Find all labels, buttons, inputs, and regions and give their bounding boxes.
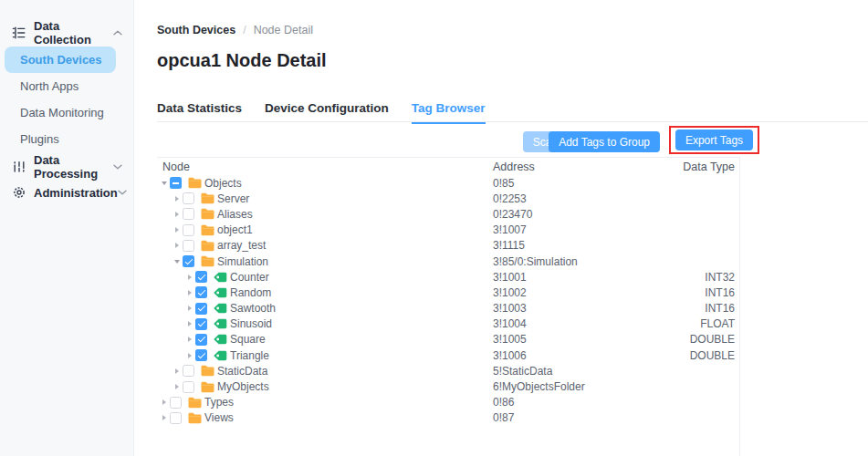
sidebar-item-plugins[interactable]: Plugins bbox=[0, 126, 133, 152]
row-checkbox[interactable] bbox=[195, 271, 207, 283]
tree-row[interactable]: Objects 0!85 bbox=[157, 175, 739, 191]
collection-icon bbox=[12, 26, 26, 40]
indent bbox=[159, 324, 184, 325]
node-label: MyObjects bbox=[217, 380, 269, 393]
add-tags-to-group-button[interactable]: Add Tags to Group bbox=[549, 131, 660, 152]
expand-caret[interactable] bbox=[172, 363, 182, 378]
address-cell: 3!1003 bbox=[493, 302, 648, 315]
expand-caret[interactable] bbox=[159, 175, 169, 191]
sidebar-section-data-processing[interactable]: Data Processing bbox=[0, 154, 133, 180]
node-label: Random bbox=[230, 286, 271, 299]
tree-row[interactable]: Sinusoid 3!1004 FLOAT bbox=[157, 316, 739, 332]
type-cell: INT16 bbox=[648, 302, 739, 315]
expand-caret[interactable] bbox=[184, 332, 194, 347]
sidebar-section-data-collection[interactable]: Data Collection bbox=[0, 20, 133, 46]
address-cell: 0!2253 bbox=[493, 192, 648, 205]
row-checkbox[interactable] bbox=[195, 349, 207, 361]
node-cell: StaticData bbox=[157, 363, 493, 378]
row-checkbox[interactable] bbox=[183, 255, 194, 267]
indent bbox=[159, 276, 184, 277]
expand-caret[interactable] bbox=[172, 223, 182, 238]
expand-caret[interactable] bbox=[172, 206, 182, 222]
node-label: Triangle bbox=[230, 349, 269, 362]
expand-caret[interactable] bbox=[159, 410, 169, 426]
row-checkbox[interactable] bbox=[183, 208, 194, 220]
expand-caret[interactable] bbox=[172, 191, 182, 206]
tree-row[interactable]: Counter 3!1001 INT32 bbox=[157, 269, 739, 285]
node-label: Square bbox=[230, 333, 266, 346]
sidebar: Data Collection South Devices North Apps… bbox=[0, 0, 134, 456]
tree-row[interactable]: Simulation 3!85/0:Simulation bbox=[157, 254, 739, 269]
expand-caret[interactable] bbox=[172, 254, 182, 269]
row-checkbox[interactable] bbox=[183, 240, 194, 252]
tag-icon bbox=[214, 334, 227, 345]
node-cell: Triangle bbox=[157, 347, 493, 363]
expand-caret[interactable] bbox=[172, 379, 182, 395]
tree-row[interactable]: Server 0!2253 bbox=[157, 191, 739, 206]
tree-row[interactable]: array_test 3!1115 bbox=[157, 238, 739, 254]
row-checkbox[interactable] bbox=[183, 365, 194, 377]
expand-caret[interactable] bbox=[184, 316, 194, 332]
sidebar-item-south-devices[interactable]: South Devices bbox=[5, 47, 116, 73]
tree-row[interactable]: Views 0!87 bbox=[157, 410, 739, 426]
breadcrumb-node-detail: Node Detail bbox=[254, 24, 313, 36]
expand-caret[interactable] bbox=[184, 269, 194, 285]
tab-tag-browser[interactable]: Tag Browser bbox=[412, 98, 486, 124]
breadcrumb-south-devices[interactable]: South Devices bbox=[157, 24, 235, 36]
node-label: Types bbox=[204, 396, 234, 409]
address-cell: 3!1005 bbox=[493, 333, 648, 346]
node-cell: Simulation bbox=[157, 254, 493, 269]
tree-row[interactable]: MyObjects 6!MyObjectsFolder bbox=[157, 378, 739, 394]
row-checkbox[interactable] bbox=[183, 224, 194, 236]
row-checkbox[interactable] bbox=[195, 303, 207, 315]
sidebar-item-north-apps[interactable]: North Apps bbox=[0, 73, 133, 99]
tree-row[interactable]: Square 3!1005 DOUBLE bbox=[157, 332, 739, 347]
row-checkbox[interactable] bbox=[170, 397, 182, 409]
node-cell: Server bbox=[157, 191, 493, 206]
expand-caret[interactable] bbox=[184, 301, 194, 316]
tree-row[interactable]: Triangle 3!1006 DOUBLE bbox=[157, 347, 739, 363]
sidebar-item-data-monitoring[interactable]: Data Monitoring bbox=[0, 99, 133, 126]
address-cell: 0!23470 bbox=[493, 208, 648, 221]
node-cell: array_test bbox=[157, 238, 493, 254]
indent bbox=[159, 308, 184, 309]
tab-device-configuration[interactable]: Device Configuration bbox=[265, 98, 389, 124]
row-checkbox[interactable] bbox=[195, 334, 207, 346]
tree-row[interactable]: Random 3!1002 INT16 bbox=[157, 285, 739, 300]
address-cell: 3!1001 bbox=[493, 271, 648, 284]
tag-icon bbox=[214, 318, 227, 329]
indent bbox=[159, 213, 172, 214]
row-checkbox[interactable] bbox=[195, 286, 207, 298]
expand-caret[interactable] bbox=[172, 238, 182, 254]
indent bbox=[159, 355, 184, 356]
tree-row[interactable]: object1 3!1007 bbox=[157, 223, 739, 238]
row-checkbox[interactable] bbox=[183, 192, 194, 204]
sidebar-section-administration[interactable]: Administration bbox=[0, 180, 133, 205]
tag-icon bbox=[214, 303, 227, 314]
folder-icon bbox=[201, 208, 214, 220]
tag-browser-table: Node Address Data Type Objects bbox=[157, 157, 740, 456]
row-checkbox[interactable] bbox=[170, 412, 182, 424]
node-cell: Counter bbox=[157, 269, 493, 285]
tree-row[interactable]: StaticData 5!StaticData bbox=[157, 363, 739, 378]
expand-caret[interactable] bbox=[159, 395, 169, 410]
tree-table-body: Objects 0!85 Server 0!2253 bbox=[157, 175, 739, 426]
breadcrumb: South Devices / Node Detail bbox=[157, 24, 313, 36]
row-checkbox[interactable] bbox=[195, 318, 207, 330]
export-tags-button[interactable]: Export Tags bbox=[675, 130, 753, 150]
tab-data-statistics[interactable]: Data Statistics bbox=[157, 98, 242, 124]
annotation-highlight-box: Export Tags bbox=[669, 126, 759, 154]
tree-row[interactable]: Aliases 0!23470 bbox=[157, 206, 739, 222]
expand-caret[interactable] bbox=[184, 347, 194, 363]
tree-row[interactable]: Sawtooth 3!1003 INT16 bbox=[157, 301, 739, 316]
expand-caret[interactable] bbox=[184, 285, 194, 300]
node-label: Objects bbox=[204, 177, 242, 190]
row-checkbox[interactable] bbox=[170, 177, 182, 189]
type-cell: DOUBLE bbox=[648, 333, 739, 346]
row-checkbox[interactable] bbox=[183, 381, 194, 393]
address-cell: 3!1002 bbox=[493, 286, 648, 299]
bars-icon bbox=[12, 160, 26, 174]
tree-row[interactable]: Types 0!86 bbox=[157, 395, 739, 410]
type-cell: INT16 bbox=[648, 286, 739, 299]
chevron-up-icon bbox=[113, 30, 122, 36]
